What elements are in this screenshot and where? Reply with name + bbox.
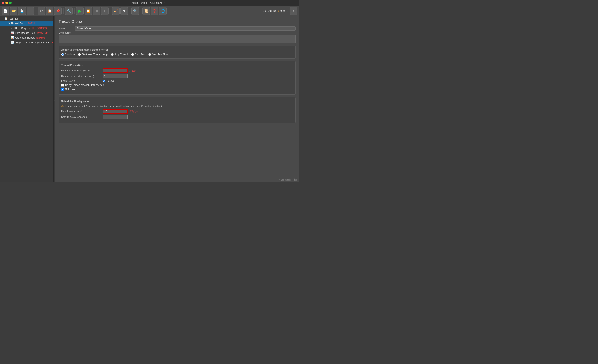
name-label: Name: (58, 27, 75, 30)
warning-triangle-icon: ⚠ (61, 104, 64, 107)
warning-display: ⚠ 0 (277, 9, 282, 12)
save-button[interactable]: 💾 (18, 7, 26, 15)
remote-button[interactable]: 🌐 (159, 7, 166, 15)
sidebar-item-label-view-results-tree: View Results Tree (15, 32, 35, 34)
radio-stop-thread[interactable]: Stop Thread (111, 53, 128, 56)
startup-delay-input[interactable] (103, 115, 128, 119)
sampler-error-label: Action to be taken after a Sampler error (61, 48, 293, 51)
minimize-button[interactable] (5, 2, 8, 4)
sidebar-item-aggregate-report[interactable]: 📊 Aggregate Report 聚合报告 (0, 35, 53, 40)
scheduler-warning-row: ⚠ If Loop Count is not -1 or Forever, du… (61, 104, 293, 107)
paste-button[interactable]: 📌 (54, 7, 62, 15)
duration-annotation: 压测时长 (129, 110, 139, 113)
sidebar-item-test-plan[interactable]: 📋 Test Plan (0, 16, 53, 21)
separator-3 (74, 8, 75, 14)
find-button[interactable]: 🔍 (132, 7, 139, 15)
footer-text: ©极客编金技术社区 (279, 178, 297, 181)
window-title: Apache JMeter (5.1.1 r1855137) (132, 1, 167, 4)
sidebar-item-label-test-plan: Test Plan (8, 17, 18, 20)
cut-button[interactable]: ✂ (38, 7, 45, 15)
radio-continue-input[interactable] (61, 53, 64, 56)
sidebar-item-red-http-request: HTTP请求取样 (32, 27, 47, 30)
saveas-button[interactable]: 🖨 (27, 7, 34, 15)
radio-continue[interactable]: Continue (61, 53, 75, 56)
radio-stop-thread-label: Stop Thread (114, 53, 128, 56)
sidebar-item-red-tps: TPS曲线图 (50, 41, 53, 44)
sidebar: 📋 Test Plan ⚙ Thread Group 压模组 ✏ HTTP Re… (0, 16, 54, 182)
scheduler-checkbox[interactable] (61, 88, 64, 91)
warning-count: 0 (280, 9, 282, 12)
stop-button[interactable]: ⏹ (93, 7, 100, 15)
scheduler-label: Scheduler (65, 88, 76, 91)
num-threads-label: Number of Threads (users): (61, 69, 103, 72)
clear-button[interactable]: 🧹 (112, 7, 120, 15)
sidebar-item-label-http-request: HTTP Request (14, 27, 30, 30)
sidebar-item-http-request[interactable]: ✏ HTTP Request HTTP请求取样 (0, 26, 53, 31)
ramp-up-input[interactable] (103, 74, 128, 78)
scheduler-warning-text: If Loop Count is not -1 or Forever, dura… (65, 105, 162, 107)
radio-stop-test-now[interactable]: Stop Test Now (149, 53, 168, 56)
resize-handle[interactable]: · · · (54, 16, 55, 182)
separator-4 (110, 8, 110, 14)
duration-input[interactable] (103, 109, 128, 114)
loop-count-row: Loop Count: Forever (61, 80, 293, 82)
radio-start-next-thread-loop[interactable]: Start Next Thread Loop (78, 53, 108, 56)
start-button[interactable]: ▶ (76, 7, 84, 15)
radio-group: Continue Start Next Thread Loop Stop Thr… (61, 53, 293, 56)
duration-row: Duration (seconds) 压测时长 (61, 109, 293, 114)
num-threads-annotation: 并发数 (129, 69, 136, 72)
radio-stop-test-now-input[interactable] (149, 53, 151, 56)
test-plan-icon: 📋 (4, 17, 8, 20)
loop-forever-checkbox-label[interactable]: Forever (103, 80, 115, 82)
timer-display: 00:00:10 (263, 9, 276, 12)
separator-5 (130, 8, 130, 14)
separator-1 (36, 8, 36, 14)
ramp-up-row: Ramp-Up Period (in seconds): (61, 74, 293, 78)
new-button[interactable]: 📄 (2, 7, 9, 15)
radio-start-next-thread-loop-input[interactable] (78, 53, 81, 56)
comments-textarea[interactable] (58, 35, 296, 43)
separator-6 (141, 8, 141, 14)
radio-stop-thread-input[interactable] (111, 53, 114, 56)
threads-display: 0/10 (283, 9, 288, 12)
scheduler-config-section: Scheduler Configuration ⚠ If Loop Count … (58, 97, 296, 123)
comments-section: Comments: (58, 31, 296, 44)
warning-icon: ⚠ (277, 9, 280, 12)
script-button[interactable]: 📜 (142, 7, 150, 15)
sidebar-item-red-aggregate-report: 聚合报告 (36, 36, 45, 39)
delay-thread-checkbox[interactable] (61, 84, 64, 87)
copy-button[interactable]: 📋 (46, 7, 53, 15)
open-button[interactable]: 📂 (10, 7, 17, 15)
name-input[interactable] (75, 26, 296, 31)
num-threads-input[interactable] (103, 68, 128, 73)
thread-properties-title: Thread Properties (61, 64, 293, 67)
thread-group-icon: ⚙ (8, 22, 10, 25)
sidebar-item-view-results-tree[interactable]: 📈 View Results Tree 查看结果树 (0, 31, 53, 35)
http-request-icon: ✏ (11, 27, 13, 30)
shutdown-button[interactable]: ⏸ (101, 7, 108, 15)
expand-button[interactable]: 🔧 (65, 7, 73, 15)
sampler-error-section: Action to be taken after a Sampler error… (58, 46, 296, 58)
scheduler-row: Scheduler (61, 88, 293, 91)
name-row: Name: (58, 26, 296, 31)
close-button[interactable] (2, 2, 4, 4)
remote-control-button[interactable]: 🖥 (290, 7, 297, 15)
window-controls[interactable] (2, 2, 12, 4)
main-layout: 📋 Test Plan ⚙ Thread Group 压模组 ✏ HTTP Re… (0, 16, 299, 182)
radio-stop-test-input[interactable] (131, 53, 134, 56)
sidebar-item-tps[interactable]: 📉 jp@gc - Transactions per Second TPS曲线图 (0, 40, 53, 45)
clear-all-button[interactable]: 🗑 (120, 7, 128, 15)
ramp-up-label: Ramp-Up Period (in seconds): (61, 75, 103, 78)
loop-forever-checkbox[interactable] (103, 80, 106, 82)
radio-stop-test[interactable]: Stop Test (131, 53, 145, 56)
sidebar-item-thread-group[interactable]: ⚙ Thread Group 压模组 (0, 21, 53, 26)
sidebar-item-label-aggregate-report: Aggregate Report (15, 36, 35, 39)
sidebar-item-red-view-results-tree: 查看结果树 (37, 31, 48, 34)
maximize-button[interactable] (9, 2, 12, 4)
panel-title: Thread Group (58, 19, 296, 24)
radio-stop-test-now-label: Stop Test Now (152, 53, 168, 56)
help-button[interactable]: ❓ (151, 7, 158, 15)
start-no-pause-button[interactable]: ⏩ (84, 7, 92, 15)
loop-count-label: Loop Count: (61, 80, 103, 82)
tps-icon: 📉 (11, 41, 14, 44)
